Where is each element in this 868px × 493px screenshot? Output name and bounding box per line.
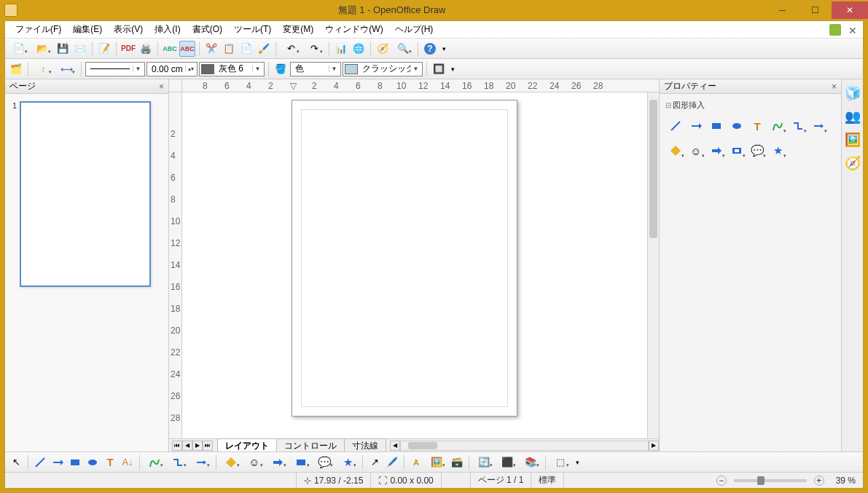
maximize-button[interactable]: ☐ (799, 1, 832, 19)
menu-tools[interactable]: ツール(T) (228, 22, 277, 37)
tab-next-button[interactable]: ▶ (192, 441, 203, 451)
arrow-tool-button[interactable] (50, 454, 66, 470)
vertical-scrollbar[interactable] (647, 92, 659, 438)
symbol-shapes-tool-button[interactable]: ☺ (243, 454, 265, 470)
fontwork-button[interactable]: A (408, 454, 424, 470)
tab-first-button[interactable]: ⏮ (172, 441, 182, 451)
shadow-button[interactable]: 🔲 (431, 61, 447, 77)
page-thumbnail[interactable] (20, 101, 151, 287)
paste-button[interactable]: 📄 (238, 41, 254, 57)
text-shape-button[interactable]: T (748, 118, 766, 134)
zoom-percent[interactable]: 39 % (829, 473, 863, 488)
menu-format[interactable]: 書式(O) (187, 22, 228, 37)
close-document-button[interactable]: ✕ (848, 25, 859, 35)
connector-tool-button[interactable] (167, 454, 189, 470)
download-icon[interactable] (829, 24, 841, 36)
redo-button[interactable]: ↷ (303, 41, 325, 57)
drawing-toolbar-overflow[interactable]: ▾ (573, 454, 582, 470)
rect-tool-button[interactable] (67, 454, 83, 470)
effects-button[interactable]: 🔄 (473, 454, 495, 470)
rectangle-shape-button[interactable] (708, 118, 725, 134)
area-button[interactable]: 🪣 (273, 61, 289, 77)
curve-shape-button[interactable] (769, 118, 786, 134)
lines-arrows-tool-button[interactable] (190, 454, 212, 470)
export-pdf-button[interactable]: PDF (120, 41, 136, 57)
tab-prev-button[interactable]: ◀ (182, 441, 192, 451)
ellipse-shape-button[interactable] (728, 118, 746, 134)
stars-button[interactable]: ★ (769, 143, 786, 159)
insert-shapes-section-title[interactable]: 図形挿入 (664, 97, 837, 114)
zoom-slider[interactable] (734, 479, 807, 482)
menu-insert[interactable]: 挿入(I) (149, 22, 186, 37)
arrange-button[interactable]: 📚 (520, 454, 541, 470)
drawing-canvas[interactable] (182, 92, 647, 438)
text-tool-button[interactable]: T (102, 454, 118, 470)
email-button[interactable]: ✉️ (72, 41, 88, 57)
auto-spellcheck-button[interactable]: ABC (179, 41, 195, 57)
tab-last-button[interactable]: ⏭ (203, 441, 213, 451)
print-button[interactable]: 🖨️ (138, 41, 154, 57)
horizontal-scrollbar[interactable] (400, 441, 649, 451)
hyperlink-button[interactable]: 🌐 (351, 41, 367, 57)
zoom-button[interactable]: 🔍 (392, 41, 414, 57)
from-file-button[interactable]: 🖼️ (426, 454, 447, 470)
connector-shape-button[interactable] (789, 118, 807, 134)
stars-tool-button[interactable]: ★ (337, 454, 359, 470)
sidebar-properties-icon[interactable]: 🧊 (845, 85, 861, 101)
zoom-out-button[interactable]: − (716, 476, 727, 486)
cut-button[interactable]: ✂️ (203, 41, 219, 57)
pages-panel-close-button[interactable]: × (159, 82, 164, 92)
basic-shapes-tool-button[interactable] (220, 454, 242, 470)
glue-points-button[interactable]: 🖊️ (384, 454, 400, 470)
toolbar-overflow-button[interactable]: ▾ (439, 41, 448, 57)
menu-view[interactable]: 表示(V) (108, 22, 149, 37)
tab-dimlines[interactable]: 寸法線 (344, 438, 386, 453)
select-tool-button[interactable]: ↖ (8, 454, 24, 470)
copy-button[interactable]: 📋 (221, 41, 237, 57)
close-button[interactable]: ✕ (832, 1, 868, 19)
arrow-shape-button[interactable] (687, 118, 705, 134)
show-draw-functions-button[interactable]: 🗂️ (8, 61, 24, 77)
open-button[interactable]: 📂 (31, 41, 53, 57)
line-shape-button[interactable] (667, 118, 684, 134)
menu-window[interactable]: ウィンドウ(W) (319, 22, 388, 37)
block-arrows-button[interactable] (708, 143, 725, 159)
edit-file-button[interactable]: 📝 (96, 41, 112, 57)
curve-tool-button[interactable] (144, 454, 165, 470)
block-arrows-tool-button[interactable] (267, 454, 289, 470)
chart-button[interactable]: 📊 (333, 41, 349, 57)
tab-controls[interactable]: コントロール (276, 438, 345, 453)
line-color-combo[interactable]: 灰色 6 ▼ (199, 62, 265, 76)
spellcheck-button[interactable]: ABC (162, 41, 178, 57)
properties-close-button[interactable]: × (832, 82, 837, 92)
tab-layout[interactable]: レイアウト (217, 438, 277, 453)
status-mode[interactable]: 標準 (531, 473, 564, 488)
menu-file[interactable]: ファイル(F) (9, 22, 67, 37)
save-button[interactable]: 💾 (55, 41, 71, 57)
fill-type-combo[interactable]: 色 ▼ (290, 62, 341, 76)
sidebar-gallery-icon[interactable]: 🖼️ (845, 132, 861, 148)
symbol-shapes-button[interactable]: ☺ (687, 143, 705, 159)
callouts-tool-button[interactable]: 💬 (313, 454, 335, 470)
undo-button[interactable]: ↶ (280, 41, 302, 57)
vertical-ruler[interactable]: 2 4 6 8 10 12 14 16 18 20 22 24 26 28 (169, 92, 182, 438)
ellipse-tool-button[interactable] (85, 454, 101, 470)
align-button[interactable]: ⬛ (496, 454, 518, 470)
arrow-style-button[interactable]: ⟷ (55, 61, 77, 77)
fill-style-combo[interactable]: クラッシックな ▼ (343, 62, 423, 76)
new-button[interactable]: 📄 (8, 41, 30, 57)
lines-arrows-button[interactable] (810, 118, 827, 134)
toolbar2-overflow-button[interactable]: ▾ (448, 61, 457, 77)
basic-shapes-button[interactable] (667, 143, 684, 159)
hscroll-left-button[interactable]: ◀ (390, 441, 400, 451)
horizontal-ruler[interactable]: 8 6 4 2 ▽ 2 4 6 8 10 12 14 16 18 20 22 2… (182, 79, 659, 92)
sidebar-styles-icon[interactable]: 👥 (845, 109, 861, 125)
format-paintbrush-button[interactable]: 🖌️ (256, 41, 272, 57)
menu-modify[interactable]: 変更(M) (277, 22, 319, 37)
extrusion-button[interactable]: ⬚ (550, 454, 571, 470)
hscroll-right-button[interactable]: ▶ (649, 441, 659, 451)
callouts-button[interactable]: 💬 (748, 143, 766, 159)
menu-help[interactable]: ヘルプ(H) (389, 22, 439, 37)
edit-points-button[interactable]: ↗ (367, 454, 383, 470)
line-tool-button[interactable] (32, 454, 48, 470)
